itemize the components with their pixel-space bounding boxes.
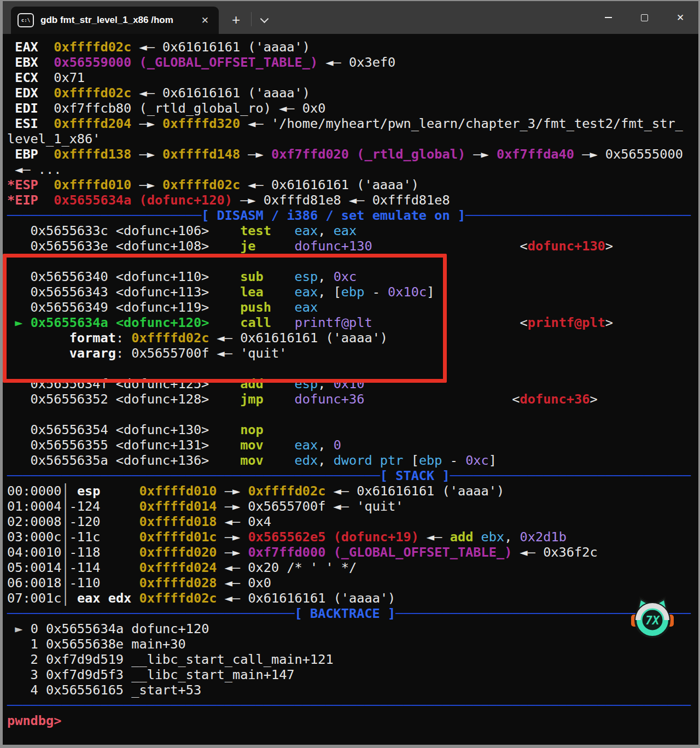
terminal-line: *ESP 0xffffd010 —► 0xffffd02c ◄— 0x61616… [7,177,698,192]
terminal-text-segment: dofunc+130 [295,238,372,254]
terminal-text-segment: *EIP [7,192,54,208]
terminal-line: EDX 0xffffd02c ◄— 0x61616161 ('aaaa') [7,85,698,101]
pwndbg-cat-sticker: 7X [631,595,674,639]
terminal-text-segment: , [318,437,333,453]
window-frame-left [0,0,3,748]
terminal-text-segment [69,483,77,499]
terminal-text-segment: —► [131,116,162,131]
minimize-button[interactable] [590,1,626,34]
terminal-text-segment: —► [240,147,271,162]
terminal-text-segment: mov [240,437,264,453]
terminal-text-segment: ebp [419,453,442,468]
terminal-text-segment: call [240,315,271,330]
terminal-text-segment: ◄— 0x61616161 ('aaaa') [131,39,310,55]
terminal-text-segment: , [318,269,333,284]
command-prompt-icon: c:\ [18,13,34,27]
terminal-line: 2 0xf7d9d519 __libc_start_call_main+121 [7,652,698,667]
terminal-line: *EIP 0x5655634a (dofunc+120) —► 0xfffd81… [7,192,698,208]
terminal-text-segment: -11c [69,529,139,545]
terminal-text-segment: │ [61,514,69,529]
terminal-text-segment: 1 0x5655638e main+30 [7,636,186,652]
terminal-text-segment: —► [574,147,605,162]
window-frame-bottom [0,745,700,748]
terminal-line: 0x56556349 <dofunc+119> push eax [7,300,698,315]
terminal-text-segment: 0x56556343 <dofunc+113> [7,284,240,300]
terminal-text-segment: 0xffffd02c [162,177,240,192]
terminal-line: 06:0018│-110 0xffffd028 ◄— 0x0 [7,575,698,591]
terminal-text-segment: 06:0018 [7,575,61,591]
terminal-text-segment: ◄— 0x61616161 ('aaaa') [131,85,310,101]
header-rule: ────────────────────────────────────────… [7,468,380,483]
terminal-text-segment: 0x5655634f <dofunc+125> [7,376,240,391]
terminal-text-segment: eax [295,284,318,300]
terminal-text-segment: 05:0014 [7,560,61,575]
terminal-text-segment: 0x5655634a <dofunc+120> [31,315,209,330]
terminal-text-segment [372,238,520,254]
terminal-line: 01:0004│-124 0xffffd014 —► 0x5655700f ◄—… [7,499,698,514]
terminal-text-segment: dofunc+36 [295,391,365,407]
header-rule: ───────────────────────────────────── [7,606,295,621]
terminal-text-segment [364,391,512,407]
terminal-text-segment [131,591,139,606]
terminal-text-segment: 0x56556352 <dofunc+128> [7,391,240,407]
terminal-text-segment: 0x5655700f ◄— 'quit' [131,346,287,361]
terminal-text-segment: printf@plt [295,315,372,330]
terminal-text-segment: 0x5655633c <dofunc+106> [7,223,240,238]
window-controls: ✕ [590,1,698,34]
terminal-text-segment: lea [240,284,264,300]
terminal-text-segment: , [ [318,284,341,300]
terminal-text-segment: nop [240,422,264,437]
terminal-text-segment: esp [77,483,101,499]
terminal-text-segment: ◄— 0x0 [217,575,271,591]
terminal-screen: EAX 0xffffd02c ◄— 0x61616161 ('aaaa') EB… [3,34,698,728]
terminal-text-segment: eax [295,300,318,315]
terminal-line: 03:000c│-11c 0xffffd01c —► 0x565562e5 (d… [7,529,698,545]
terminal-text-segment: > [605,238,613,254]
terminal-text-segment: 00:0000 [7,483,61,499]
terminal-text-segment: *ESP [7,177,54,192]
terminal-window: c:\ gdb fmt_str_level_1_x86 /hom ✕ + ✕ E… [0,0,700,748]
terminal-line: ► 0 0x5655634a dofunc+120 [7,621,698,636]
close-button[interactable]: ✕ [662,1,698,34]
terminal-text-segment [473,529,481,545]
terminal-text-segment: 01:0004 [7,499,61,514]
terminal-text-segment: -118 [69,545,139,560]
terminal-text-segment [264,269,295,284]
terminal-text-segment: ◄— [419,529,450,545]
header-rule: ───────────────────────────── [465,208,691,223]
terminal-text-segment: dofunc+130 [528,238,605,254]
terminal-text-segment: -120 [69,514,139,529]
terminal-text-segment: │ [61,483,69,499]
maximize-icon [641,14,648,21]
terminal-line: vararg: 0x5655700f ◄— 'quit' [7,346,698,361]
section-header: ─────────────────────────[ DISASM / i386… [7,208,698,223]
tab-close-icon[interactable]: ✕ [198,14,212,27]
terminal-text-segment: 2 0xf7d9d519 __libc_start_call_main+121 [7,652,334,667]
new-tab-button[interactable]: + [232,14,240,25]
chevron-down-icon[interactable] [260,15,269,24]
maximize-button[interactable] [626,1,662,34]
header-rule: ───────────────────────── [7,208,201,223]
terminal-text-segment: ◄— 0x3ef0 [318,55,395,70]
terminal-text-segment: 0xffffd01c [139,529,217,545]
terminal-line: 0x5655635a <dofunc+136> mov edx, dword p… [7,453,698,468]
terminal-text-segment: —► [217,483,248,499]
terminal-text-segment: —► [465,147,497,162]
terminal-text-segment: < [520,315,528,330]
terminal-text-segment: 0xffffd010 [139,483,217,499]
terminal-text-segment [271,315,295,330]
terminal-text-segment: level_1_x86' [7,131,100,147]
terminal-content[interactable]: EAX 0xffffd02c ◄— 0x61616161 ('aaaa') EB… [3,34,698,745]
terminal-text-segment: 0x56555000 [605,147,683,162]
terminal-text-segment: 0xffffd014 [139,499,217,514]
terminal-text-segment: eax [295,437,318,453]
terminal-text-segment [264,376,295,391]
terminal-tab[interactable]: c:\ gdb fmt_str_level_1_x86 /hom ✕ [11,7,219,34]
terminal-text-segment: add [450,529,474,545]
terminal-text-segment: 0xffffd02c [248,483,325,499]
section-header: ─────────────────────────────────────[ B… [7,606,698,621]
terminal-text-segment: 0xffffd204 [54,116,131,131]
terminal-line: 3 0xf7d9d5f3 __libc_start_main+147 [7,667,698,682]
terminal-text-segment: 0xffffd138 [54,147,131,162]
terminal-text-segment: eax [295,223,318,238]
